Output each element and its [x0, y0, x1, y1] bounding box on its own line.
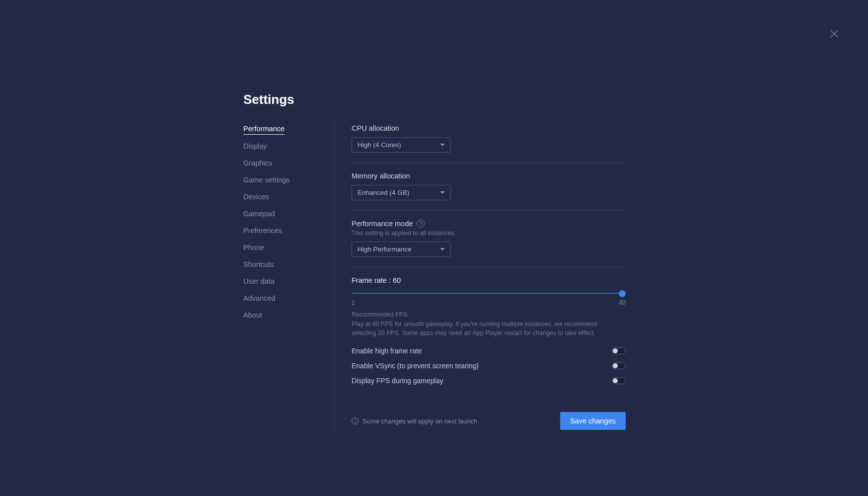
display-fps-label: Display FPS during gameplay — [352, 377, 443, 385]
footer-info: i Some changes will apply on next launch — [352, 417, 477, 425]
slider-ticks: 1 60 — [352, 299, 626, 306]
close-icon — [830, 29, 839, 38]
enable-high-frame-rate-toggle[interactable] — [612, 347, 626, 354]
footer: i Some changes will apply on next launch… — [352, 412, 626, 430]
frame-rate-label: Frame rate : 60 — [352, 276, 626, 284]
memory-allocation-value: Enhanced (4 GB) — [358, 189, 409, 196]
settings-panel: Settings Performance Display Graphics Ga… — [243, 92, 626, 430]
nav-devices[interactable]: Devices — [243, 193, 269, 202]
cpu-allocation-label: CPU allocation — [352, 124, 626, 132]
content-area: CPU allocation High (4 Cores) Memory all… — [335, 122, 626, 430]
chevron-down-icon — [440, 248, 445, 250]
performance-mode-value: High Performance — [358, 246, 412, 253]
frame-rate-slider[interactable] — [352, 288, 626, 298]
frame-rate-section: Frame rate : 60 1 60 Recommended FPS Pla… — [352, 267, 626, 398]
nav-display[interactable]: Display — [243, 142, 267, 152]
memory-allocation-select[interactable]: Enhanced (4 GB) — [352, 185, 451, 200]
nav-gamepad[interactable]: Gamepad — [243, 210, 275, 219]
recommended-fps-body: Play at 60 FPS for smooth gameplay. If y… — [352, 320, 600, 337]
page-title: Settings — [243, 92, 626, 107]
recommended-fps-title: Recommended FPS — [352, 311, 626, 318]
nav-advanced[interactable]: Advanced — [243, 294, 276, 304]
display-fps-toggle[interactable] — [612, 377, 626, 384]
performance-mode-note: This setting is applied to all instances… — [352, 230, 626, 237]
slider-track — [352, 293, 626, 294]
nav-graphics[interactable]: Graphics — [243, 159, 272, 168]
enable-vsync-toggle[interactable] — [612, 362, 626, 369]
toggle-knob — [613, 378, 618, 383]
nav-shortcuts[interactable]: Shortcuts — [243, 260, 274, 270]
save-changes-button[interactable]: Save changes — [560, 412, 626, 430]
memory-allocation-section: Memory allocation Enhanced (4 GB) — [352, 163, 626, 211]
chevron-down-icon — [440, 144, 445, 146]
footer-info-text: Some changes will apply on next launch — [362, 417, 477, 425]
cpu-allocation-section: CPU allocation High (4 Cores) — [352, 122, 626, 163]
enable-high-frame-rate-label: Enable high frame rate — [352, 347, 422, 355]
nav-preferences[interactable]: Preferences — [243, 227, 282, 236]
help-icon[interactable]: ? — [417, 220, 425, 228]
slider-max: 60 — [619, 299, 626, 306]
toggle-knob — [613, 348, 618, 353]
cpu-allocation-select[interactable]: High (4 Cores) — [352, 137, 451, 153]
nav-game-settings[interactable]: Game settings — [243, 176, 290, 185]
memory-allocation-label: Memory allocation — [352, 172, 626, 180]
close-button[interactable] — [827, 27, 841, 41]
display-fps-row: Display FPS during gameplay — [352, 373, 626, 388]
toggle-knob — [613, 363, 618, 368]
enable-vsync-label: Enable VSync (to prevent screen tearing) — [352, 362, 479, 370]
nav-user-data[interactable]: User data — [243, 277, 275, 287]
sidebar: Performance Display Graphics Game settin… — [243, 122, 335, 430]
performance-mode-select[interactable]: High Performance — [352, 242, 451, 257]
enable-vsync-row: Enable VSync (to prevent screen tearing) — [352, 358, 626, 373]
nav-phone[interactable]: Phone — [243, 244, 264, 253]
nav-about[interactable]: About — [243, 311, 262, 321]
slider-thumb[interactable] — [619, 290, 626, 297]
nav-performance[interactable]: Performance — [243, 125, 285, 135]
cpu-allocation-value: High (4 Cores) — [358, 141, 401, 149]
info-icon: i — [352, 417, 359, 424]
chevron-down-icon — [440, 191, 445, 194]
performance-mode-label: Performance mode — [352, 220, 413, 228]
slider-min: 1 — [352, 299, 355, 306]
performance-mode-section: Performance mode ? This setting is appli… — [352, 211, 626, 267]
enable-high-frame-rate-row: Enable high frame rate — [352, 343, 626, 358]
